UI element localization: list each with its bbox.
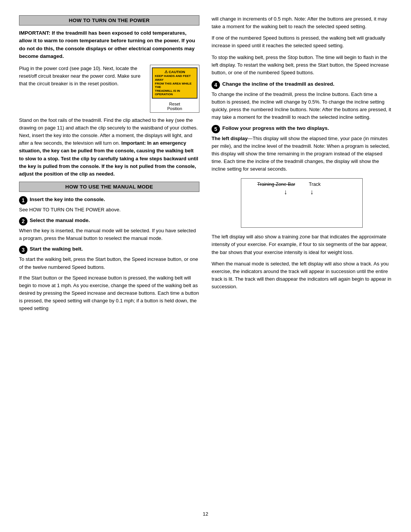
section-header-power: HOW TO TURN ON THE POWER [19,15,199,26]
display-figure-arrows: ↓ ↓ [246,189,358,195]
para-plug-in: Plug in the power cord (see page 10). Ne… [19,65,146,88]
caution-heading: ⚠ CAUTION [155,70,194,74]
step-4-number: 4 [212,81,220,89]
step-5-header: 5 Follow your progress with the two disp… [212,125,392,133]
right-para-2: If one of the numbered Speed buttons is … [212,34,392,50]
step-4-label: Change the incline of the treadmill as d… [222,80,335,88]
step-4-content: To change the incline of the treadmill, … [212,91,392,121]
step-3-content-2: If the Start button or the Speed increas… [19,274,199,313]
left-column: HOW TO TURN ON THE POWER IMPORTANT: If t… [19,15,199,504]
reset-figure-box: ⚠ CAUTION KEEP HANDS AND FEET AWAY FROM … [150,65,199,113]
caution-line-2: FROM THIS AREA WHILE THE [155,82,194,89]
right-column: will change in increments of 0.5 mph. No… [212,15,392,504]
para-final: When the manual mode is selected, the le… [212,260,392,291]
step-2-content: When the key is inserted, the manual mod… [19,227,199,242]
page-number: 12 [19,511,392,517]
arrow-down-1: ↓ [284,189,287,195]
right-cont-para: will change in increments of 0.5 mph. No… [212,15,392,30]
step-4-header: 4 Change the incline of the treadmill as… [212,80,392,89]
section-header-manual: HOW TO USE THE MANUAL MODE [19,182,199,192]
para-after-figure: The left display will also show a traini… [212,233,392,256]
step-3-header: 3 Start the walking belt. [19,245,199,254]
display-figure-label-row: Training Zone Bar Track [246,182,358,187]
step-2-header: 2 Select the manual mode. [19,217,199,225]
step-1-content: See HOW TO TURN ON THE POWER above. [19,206,199,214]
step-5-number: 5 [212,125,220,133]
display-label-track: Track [309,182,321,187]
step-5-label: Follow your progress with the two displa… [222,125,329,132]
step-1-label: Insert the key into the console. [30,196,105,203]
step-5-content: The left display—This display will show … [212,135,392,173]
step-2-number: 2 [19,217,27,225]
step-3-label: Start the walking belt. [30,245,83,253]
caution-line-1: KEEP HANDS AND FEET AWAY [155,74,194,81]
arrow-down-2: ↓ [310,189,314,195]
step-3-content-1: To start the walking belt, press the Sta… [19,256,199,271]
page: HOW TO TURN ON THE POWER IMPORTANT: If t… [0,0,411,532]
display-figure-box: Training Zone Bar Track ↓ ↓ [241,178,363,228]
step-1-number: 1 [19,196,27,204]
caution-line-3: TREADMILL IS IN OPERATION [155,89,194,96]
step-3-number: 3 [19,246,27,254]
display-label-training-zone-bar: Training Zone Bar [257,182,295,187]
warning-text: IMPORTANT: If the treadmill has been exp… [19,29,199,60]
inline-figure-reset: Plug in the power cord (see page 10). Ne… [19,65,199,113]
para-stand-on-rails: Stand on the foot rails of the treadmill… [19,117,199,178]
emergency-bold: Important: In an emergency situation, th… [19,140,198,177]
right-para-3: To stop the walking belt, press the Stop… [212,54,392,77]
step-2-label: Select the manual mode. [30,217,90,224]
caution-box: ⚠ CAUTION KEEP HANDS AND FEET AWAY FROM … [152,67,198,99]
reset-position-label: Reset Position [167,102,182,111]
two-column-layout: HOW TO TURN ON THE POWER IMPORTANT: If t… [19,15,392,504]
step-1-header: 1 Insert the key into the console. [19,196,199,204]
left-display-bold: The left display [212,136,248,141]
